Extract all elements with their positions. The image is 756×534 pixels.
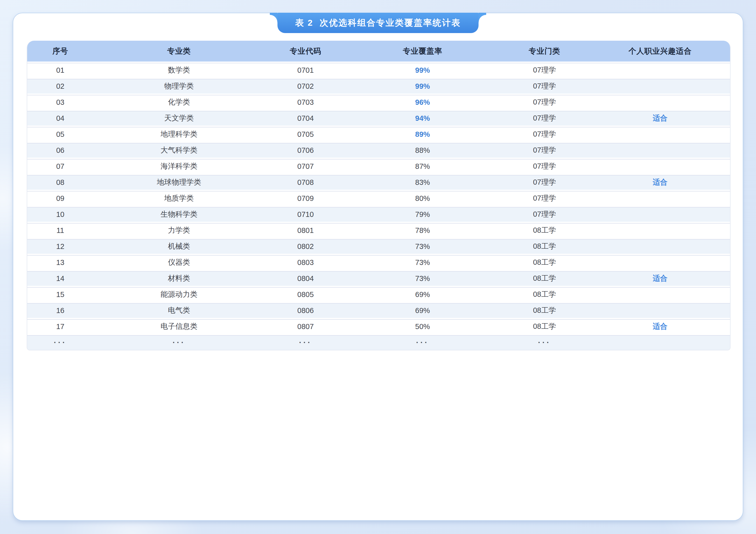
cell-rate: 69% bbox=[346, 302, 499, 318]
table-row: 05地理科学类070589%07理学 bbox=[27, 126, 730, 141]
cell-no: 10 bbox=[27, 206, 94, 222]
cell-no: 08 bbox=[27, 174, 94, 190]
cell-category: 07理学 bbox=[499, 78, 590, 93]
cell-fit bbox=[590, 126, 730, 141]
cell-code: 0702 bbox=[265, 78, 346, 93]
cell-no: 05 bbox=[27, 126, 94, 141]
cell-category: 07理学 bbox=[499, 190, 590, 206]
cell-fit bbox=[590, 302, 730, 318]
table-title: 表 2 次优选科组合专业类覆盖率统计表 bbox=[295, 17, 461, 29]
cell-major: 地质学类 bbox=[94, 190, 265, 206]
coverage-table-wrap: 序号专业类专业代码专业覆盖率专业门类个人职业兴趣适合 01数学类070199%0… bbox=[27, 41, 731, 350]
cell-fit bbox=[590, 238, 730, 254]
table-row: 04天文学类070494%07理学适合 bbox=[27, 110, 730, 126]
column-header-2: 专业代码 bbox=[265, 41, 346, 62]
table-row: 10生物科学类071079%07理学 bbox=[27, 206, 730, 222]
cell-fit bbox=[590, 222, 730, 238]
cell-major: 天文学类 bbox=[94, 110, 265, 126]
cell-code: 0708 bbox=[265, 174, 346, 190]
cell-category: 07理学 bbox=[499, 93, 590, 110]
cell-code: 0707 bbox=[265, 158, 346, 174]
table-body: 01数学类070199%07理学02物理学类070299%07理学03化学类07… bbox=[27, 62, 730, 350]
table-title-banner: 表 2 次优选科组合专业类覆盖率统计表 bbox=[278, 13, 478, 33]
cell-no: 17 bbox=[27, 318, 94, 334]
cell-ellipsis: ··· bbox=[265, 334, 346, 350]
table-header-row: 序号专业类专业代码专业覆盖率专业门类个人职业兴趣适合 bbox=[27, 41, 730, 62]
column-header-0: 序号 bbox=[27, 41, 94, 62]
cell-major: 地理科学类 bbox=[94, 126, 265, 141]
cell-fit bbox=[590, 158, 730, 174]
cell-no: 16 bbox=[27, 302, 94, 318]
cell-fit: 适合 bbox=[590, 270, 730, 286]
cell-category: 08工学 bbox=[499, 238, 590, 254]
cell-code: 0806 bbox=[265, 302, 346, 318]
cell-rate: 99% bbox=[346, 78, 499, 93]
cell-rate: 73% bbox=[346, 270, 499, 286]
cell-major: 化学类 bbox=[94, 93, 265, 110]
cell-code: 0807 bbox=[265, 318, 346, 334]
cell-category: 07理学 bbox=[499, 110, 590, 126]
cell-major: 地球物理学类 bbox=[94, 174, 265, 190]
cell-fit: 适合 bbox=[590, 110, 730, 126]
cell-ellipsis: ··· bbox=[27, 334, 94, 350]
table-row: 09地质学类070980%07理学 bbox=[27, 190, 730, 206]
cell-rate: 73% bbox=[346, 254, 499, 270]
cell-major: 大气科学类 bbox=[94, 141, 265, 158]
cell-category: 07理学 bbox=[499, 174, 590, 190]
cell-code: 0703 bbox=[265, 93, 346, 110]
cell-major: 电气类 bbox=[94, 302, 265, 318]
table-row: 16电气类080669%08工学 bbox=[27, 302, 730, 318]
cell-fit bbox=[590, 206, 730, 222]
table-row: 02物理学类070299%07理学 bbox=[27, 78, 730, 93]
page-background: { "banner": { "title": "表 2 次优选科组合专业类覆盖率… bbox=[0, 0, 756, 534]
cell-no: 01 bbox=[27, 62, 94, 78]
cell-major: 物理学类 bbox=[94, 78, 265, 93]
cell-code: 0710 bbox=[265, 206, 346, 222]
table-row-ellipsis: ··············· bbox=[27, 334, 730, 350]
cell-no: 13 bbox=[27, 254, 94, 270]
cell-ellipsis: ··· bbox=[346, 334, 499, 350]
cell-rate: 89% bbox=[346, 126, 499, 141]
cell-ellipsis: ··· bbox=[94, 334, 265, 350]
cell-fit bbox=[590, 190, 730, 206]
table-row: 08地球物理学类070883%07理学适合 bbox=[27, 174, 730, 190]
cell-major: 数学类 bbox=[94, 62, 265, 78]
cell-category: 07理学 bbox=[499, 126, 590, 141]
cell-major: 生物科学类 bbox=[94, 206, 265, 222]
cell-no: 07 bbox=[27, 158, 94, 174]
cell-fit: 适合 bbox=[590, 318, 730, 334]
table-row: 15能源动力类080569%08工学 bbox=[27, 286, 730, 302]
cell-major: 海洋科学类 bbox=[94, 158, 265, 174]
cell-rate: 50% bbox=[346, 318, 499, 334]
table-row: 06大气科学类070688%07理学 bbox=[27, 141, 730, 158]
cell-rate: 69% bbox=[346, 286, 499, 302]
cell-code: 0803 bbox=[265, 254, 346, 270]
cell-code: 0706 bbox=[265, 141, 346, 158]
cell-category: 08工学 bbox=[499, 222, 590, 238]
cell-rate: 88% bbox=[346, 141, 499, 158]
cell-code: 0804 bbox=[265, 270, 346, 286]
cell-rate: 96% bbox=[346, 93, 499, 110]
cell-code: 0701 bbox=[265, 62, 346, 78]
cell-fit bbox=[590, 254, 730, 270]
cell-no: 14 bbox=[27, 270, 94, 286]
cell-rate: 94% bbox=[346, 110, 499, 126]
cell-fit bbox=[590, 78, 730, 93]
cell-rate: 87% bbox=[346, 158, 499, 174]
table-row: 11力学类080178%08工学 bbox=[27, 222, 730, 238]
cell-code: 0805 bbox=[265, 286, 346, 302]
cell-fit: 适合 bbox=[590, 174, 730, 190]
cell-code: 0801 bbox=[265, 222, 346, 238]
cell-rate: 99% bbox=[346, 62, 499, 78]
cell-rate: 83% bbox=[346, 174, 499, 190]
cell-major: 能源动力类 bbox=[94, 286, 265, 302]
cell-major: 仪器类 bbox=[94, 254, 265, 270]
column-header-3: 专业覆盖率 bbox=[346, 41, 499, 62]
cell-fit bbox=[590, 62, 730, 78]
column-header-4: 专业门类 bbox=[499, 41, 590, 62]
cell-category: 08工学 bbox=[499, 302, 590, 318]
table-row: 03化学类070396%07理学 bbox=[27, 93, 730, 110]
cell-no: 06 bbox=[27, 141, 94, 158]
table-row: 12机械类080273%08工学 bbox=[27, 238, 730, 254]
cell-fit bbox=[590, 93, 730, 110]
